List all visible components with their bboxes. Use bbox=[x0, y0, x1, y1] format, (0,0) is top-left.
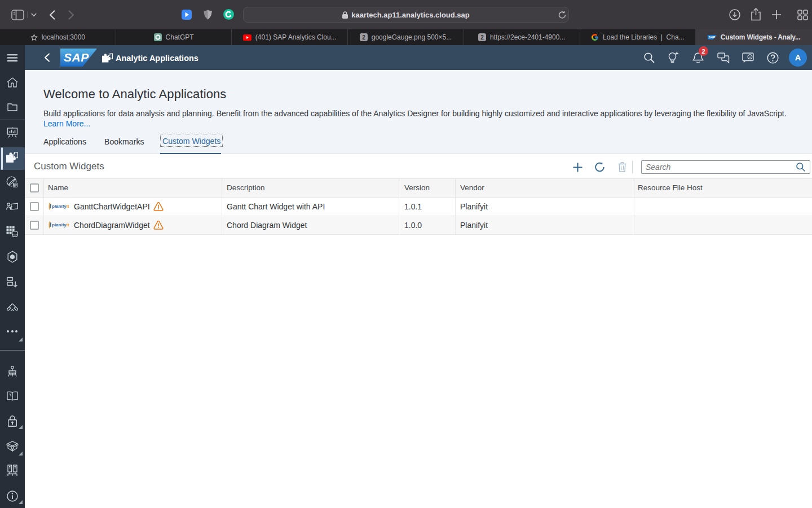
svg-text:2: 2 bbox=[480, 34, 484, 41]
svg-text:2: 2 bbox=[362, 34, 365, 41]
svg-text:SAP: SAP bbox=[708, 36, 716, 39]
